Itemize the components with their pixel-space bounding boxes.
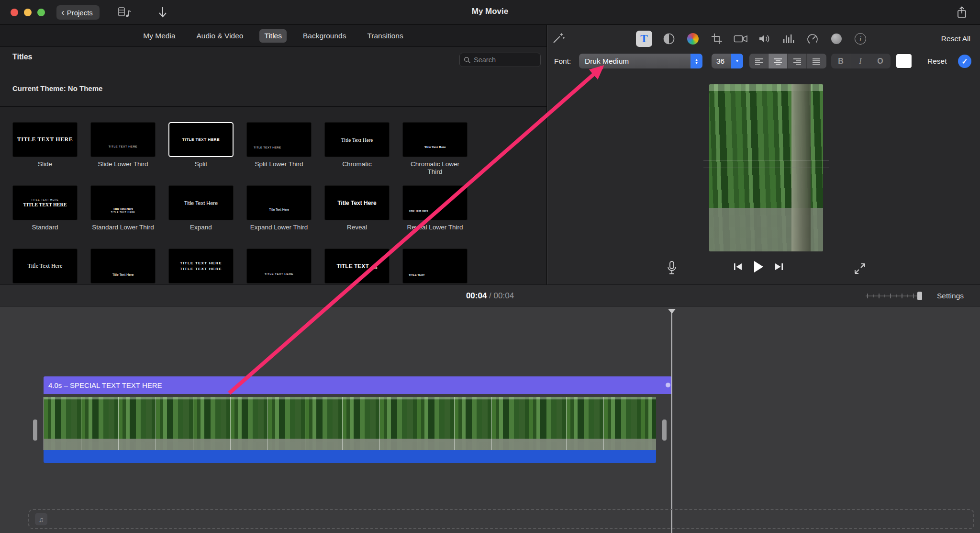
- text-color-well[interactable]: [896, 54, 912, 68]
- title-style-chromatic-lower-third[interactable]: Title Text Here Chromatic Lower Third: [402, 122, 468, 176]
- transport-controls: [733, 261, 784, 273]
- title-style-slide-lower-third[interactable]: TITLE TEXT HERE Slide Lower Third: [90, 122, 156, 176]
- trim-handle-left[interactable]: [33, 420, 37, 441]
- tab-my-media[interactable]: My Media: [138, 29, 180, 43]
- imovie-window: ‹ Projects My Movie: [0, 0, 980, 533]
- title-style-standard-lower-third[interactable]: Title Text Here TITLE TEXT HERE Standard…: [90, 185, 156, 239]
- play-button-icon[interactable]: [753, 261, 764, 273]
- search-icon: [464, 57, 471, 64]
- title-style[interactable]: TITLE TEXT HERE: [246, 249, 312, 284]
- color-balance-icon[interactable]: [662, 31, 676, 47]
- search-field[interactable]: [459, 53, 541, 67]
- inspector-panel: T: [547, 25, 980, 284]
- timeline-toolbar: 00:04 / 00:04 Settings: [0, 284, 980, 306]
- timeline-area: 4.0s – SPECIAL TEXT TEXT HERE ♫: [0, 306, 980, 533]
- color-correction-wheel-icon[interactable]: [686, 31, 700, 47]
- title-style[interactable]: TITLE TEXT HERE: [324, 249, 390, 284]
- title-style[interactable]: TITLE TEXT HERE TITLE TEXT HERE: [168, 249, 234, 284]
- playhead-line[interactable]: [671, 309, 672, 533]
- media-tab-bar: My Media Audio & Video Titles Background…: [0, 25, 546, 47]
- reset-all-button[interactable]: Reset All: [941, 34, 970, 43]
- title-style-chromatic[interactable]: Title Text Here Chromatic: [324, 122, 390, 176]
- total-time: 00:04: [494, 291, 514, 300]
- title-style-slide[interactable]: TITLE TEXT HERE Slide: [12, 122, 78, 176]
- text-alignment-segmented: [749, 54, 826, 68]
- speed-gauge-icon[interactable]: [805, 31, 820, 47]
- text-style-segmented: B I O: [831, 54, 891, 68]
- fade-ball-icon[interactable]: [829, 31, 844, 47]
- font-family-value: Druk Medium: [579, 57, 690, 66]
- skip-back-icon[interactable]: [733, 262, 743, 271]
- tab-transitions[interactable]: Transitions: [362, 29, 408, 43]
- clip-audio-waveform-bar[interactable]: [44, 450, 656, 463]
- font-size-dropdown[interactable]: 36 ▼: [712, 54, 743, 68]
- fullscreen-expand-icon[interactable]: [854, 262, 866, 275]
- volume-speaker-icon[interactable]: [757, 31, 772, 47]
- video-clip-filmstrip[interactable]: [44, 397, 656, 450]
- window-title: My Movie: [0, 7, 980, 16]
- font-dropdown-stepper-icon: ▲▼: [690, 54, 702, 68]
- settings-button[interactable]: Settings: [937, 292, 964, 300]
- tab-backgrounds[interactable]: Backgrounds: [298, 29, 351, 43]
- outline-button[interactable]: O: [870, 54, 890, 68]
- alignment-guide: [703, 168, 829, 168]
- titlebar: ‹ Projects My Movie: [0, 0, 980, 25]
- share-icon[interactable]: [956, 6, 968, 19]
- title-style-reveal-lower-third[interactable]: Title Text Here Reveal Lower Third: [402, 185, 468, 239]
- clip-end-handle[interactable]: [666, 383, 670, 387]
- italic-button[interactable]: I: [851, 54, 870, 68]
- current-time: 00:04: [466, 291, 487, 300]
- font-size-chevron-icon: ▼: [731, 54, 743, 68]
- crop-icon[interactable]: [710, 31, 724, 47]
- title-style[interactable]: TITLE TEXT: [402, 249, 468, 284]
- clip-zoom-slider[interactable]: [865, 291, 925, 301]
- inspector-toolbar: T: [636, 30, 868, 48]
- title-style[interactable]: Title Text Here: [12, 249, 78, 284]
- auto-enhance-wand-icon[interactable]: [551, 31, 566, 45]
- title-clip[interactable]: 4.0s – SPECIAL TEXT TEXT HERE: [44, 376, 672, 394]
- reset-button[interactable]: Reset: [927, 57, 947, 66]
- trim-handle-right[interactable]: [662, 420, 667, 441]
- align-right-button[interactable]: [788, 54, 807, 68]
- align-left-button[interactable]: [749, 54, 768, 68]
- info-icon[interactable]: i: [853, 31, 868, 47]
- title-style-reveal[interactable]: Title Text Here Reveal: [324, 185, 390, 239]
- title-style-expand-lower-third[interactable]: Title Text Here Expand Lower Third: [246, 185, 312, 239]
- music-note-icon: ♫: [35, 513, 47, 525]
- titles-panel-header: Titles: [12, 53, 33, 61]
- title-clip-label: 4.0s – SPECIAL TEXT TEXT HERE: [44, 381, 162, 389]
- time-display: 00:04 / 00:04: [0, 291, 980, 301]
- zoom-slider-thumb: [917, 292, 922, 300]
- audio-eq-icon[interactable]: [781, 31, 796, 47]
- align-justify-button[interactable]: [807, 54, 826, 68]
- tab-audio-video[interactable]: Audio & Video: [192, 29, 248, 43]
- font-family-dropdown[interactable]: Druk Medium ▲▼: [579, 54, 702, 68]
- divider: [0, 106, 546, 107]
- align-center-button[interactable]: [768, 54, 788, 68]
- font-label: Font:: [554, 57, 571, 66]
- voiceover-mic-icon[interactable]: [666, 261, 678, 276]
- title-style-expand[interactable]: Title Text Here Expand: [168, 185, 234, 239]
- alignment-guide: [703, 160, 829, 160]
- title-style-split-lower-third[interactable]: TITLE TEXT HERE Split Lower Third: [246, 122, 312, 176]
- skip-forward-icon[interactable]: [774, 262, 784, 271]
- text-tool-icon[interactable]: T: [636, 31, 652, 47]
- tab-titles[interactable]: Titles: [259, 29, 286, 43]
- time-separator: /: [489, 291, 491, 300]
- font-size-value: 36: [712, 57, 731, 66]
- title-styles-grid: TITLE TEXT HERE Slide TITLE TEXT HERE Sl…: [12, 122, 472, 284]
- search-input[interactable]: [474, 56, 536, 64]
- title-style-split[interactable]: TITLE TEXT HERE Split: [168, 122, 234, 176]
- background-music-well[interactable]: ♫: [28, 509, 974, 529]
- title-style-standard[interactable]: TITLE TEXT HERE TITLE TEXT HERE Standard: [12, 185, 78, 239]
- titles-browser-panel: My Media Audio & Video Titles Background…: [0, 25, 547, 284]
- bold-button[interactable]: B: [831, 54, 851, 68]
- title-style[interactable]: Title Text Here: [90, 249, 156, 284]
- apply-check-button[interactable]: ✓: [958, 55, 971, 68]
- current-theme-label: Current Theme: No Theme: [12, 84, 102, 92]
- stabilization-camera-icon[interactable]: [734, 31, 748, 47]
